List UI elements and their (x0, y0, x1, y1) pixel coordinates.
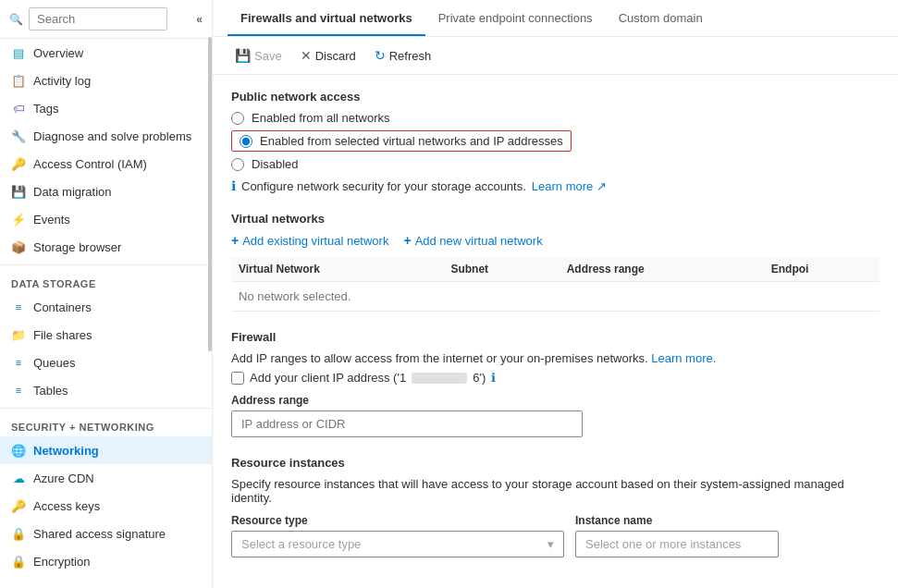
sidebar-item-events[interactable]: ⚡ Events (0, 205, 212, 233)
resource-type-select[interactable]: Select a resource type ▾ (231, 531, 564, 557)
containers-icon: ≡ (11, 300, 26, 314)
sidebar-item-label: Tags (33, 102, 58, 116)
sidebar-item-label: File shares (33, 328, 92, 342)
radio-enabled-selected-input[interactable] (240, 135, 252, 148)
ip-hidden (412, 373, 467, 384)
learn-more-link[interactable]: Learn more ↗ (532, 179, 607, 193)
tab-custom-domain[interactable]: Custom domain (606, 0, 716, 36)
chevron-down-icon: ▾ (547, 537, 554, 551)
radio-enabled-all-input[interactable] (231, 112, 244, 125)
sidebar-item-label: Containers (33, 300, 92, 314)
resource-type-label: Resource type (231, 514, 564, 527)
firewall-section: Firewall Add IP ranges to allow access f… (231, 330, 880, 437)
storage-browser-icon: 📦 (11, 239, 26, 254)
main-content: Firewalls and virtual networks Private e… (213, 0, 898, 588)
encryption-icon: 🔒 (11, 554, 26, 569)
ip-info-icon: ℹ (491, 371, 496, 385)
radio-disabled-input[interactable] (231, 158, 244, 171)
sidebar-item-label: Overview (33, 46, 83, 60)
tables-icon: ≡ (11, 383, 26, 398)
sidebar-item-access-control[interactable]: 🔑 Access Control (IAM) (0, 150, 212, 178)
sidebar-item-label: Tables (33, 384, 68, 398)
col-header-address-range: Address range (560, 257, 764, 282)
discard-button[interactable]: ✕ Discard (293, 44, 363, 67)
sidebar-item-data-migration[interactable]: 💾 Data migration (0, 178, 212, 205)
col-header-subnet: Subnet (443, 257, 559, 282)
search-input[interactable] (29, 7, 167, 31)
radio-enabled-selected[interactable]: Enabled from selected virtual networks a… (231, 130, 572, 152)
sidebar-item-diagnose[interactable]: 🔧 Diagnose and solve problems (0, 122, 212, 150)
access-keys-icon: 🔑 (11, 498, 26, 513)
client-ip-checkbox[interactable] (231, 372, 244, 385)
radio-disabled[interactable]: Disabled (231, 157, 880, 171)
sidebar-item-queues[interactable]: ≡ Queues (0, 349, 212, 376)
resource-instances-title: Resource instances (231, 456, 880, 470)
tab-bar: Firewalls and virtual networks Private e… (213, 0, 898, 37)
sidebar-item-activity-log[interactable]: 📋 Activity log (0, 67, 212, 94)
activity-log-icon: 📋 (11, 73, 26, 88)
sidebar-item-label: Storage browser (33, 240, 121, 254)
sidebar-item-containers[interactable]: ≡ Containers (0, 293, 212, 321)
azure-cdn-icon: ☁ (11, 471, 26, 485)
sidebar-item-storage-browser[interactable]: 📦 Storage browser (0, 233, 212, 261)
security-section-label: Security + networking (0, 412, 212, 436)
virtual-networks-section: Virtual networks + Add existing virtual … (231, 212, 880, 312)
external-link-icon: ↗ (597, 179, 607, 193)
sidebar-item-label: Access keys (33, 499, 100, 513)
sidebar-item-shared-access[interactable]: 🔒 Shared access signature (0, 520, 212, 547)
address-range-input[interactable] (231, 410, 583, 437)
networking-icon: 🌐 (11, 443, 26, 458)
plus-icon-existing: + (231, 233, 239, 248)
queues-icon: ≡ (11, 355, 26, 370)
tags-icon: 🏷 (11, 101, 26, 116)
sidebar-item-file-shares[interactable]: 📁 File shares (0, 321, 212, 349)
sidebar-item-label: Activity log (33, 74, 91, 88)
sidebar-item-networking[interactable]: 🌐 Networking (0, 436, 212, 464)
refresh-icon: ↻ (375, 48, 386, 63)
public-network-radio-group: Enabled from all networks Enabled from s… (231, 111, 880, 171)
resource-instances-description: Specify resource instances that will hav… (231, 477, 880, 505)
sidebar-item-label: Azure CDN (33, 472, 94, 485)
file-shares-icon: 📁 (11, 327, 26, 342)
sidebar-item-azure-cdn[interactable]: ☁ Azure CDN (0, 464, 212, 492)
refresh-button[interactable]: ↻ Refresh (367, 44, 439, 67)
virtual-networks-title: Virtual networks (231, 212, 880, 226)
shared-access-icon: 🔒 (11, 526, 26, 541)
radio-enabled-all[interactable]: Enabled from all networks (231, 111, 880, 125)
add-existing-vnet-link[interactable]: + Add existing virtual network (231, 233, 388, 248)
instance-name-col: Instance name Select one or more instanc… (575, 514, 779, 557)
instance-name-label: Instance name (575, 514, 779, 527)
info-row: ℹ Configure network security for your st… (231, 178, 880, 193)
sidebar-item-access-keys[interactable]: 🔑 Access keys (0, 492, 212, 520)
add-new-vnet-link[interactable]: + Add new virtual network (403, 233, 542, 248)
sidebar-item-overview[interactable]: ▤ Overview (0, 39, 212, 67)
public-network-access-section: Public network access Enabled from all n… (231, 90, 880, 193)
collapse-icon[interactable]: « (196, 13, 203, 26)
toolbar: 💾 Save ✕ Discard ↻ Refresh (213, 37, 898, 75)
public-network-access-title: Public network access (231, 90, 880, 104)
diagnose-icon: 🔧 (11, 129, 26, 143)
vnet-actions: + Add existing virtual network + Add new… (231, 233, 880, 248)
virtual-networks-table: Virtual Network Subnet Address range End… (231, 257, 880, 312)
save-button[interactable]: 💾 Save (228, 44, 289, 67)
tab-private-endpoint[interactable]: Private endpoint connections (425, 0, 606, 36)
firewall-learn-more-link[interactable]: Learn more. (651, 351, 716, 365)
access-control-icon: 🔑 (11, 156, 26, 171)
plus-icon-new: + (403, 233, 411, 248)
address-range-label: Address range (231, 394, 880, 407)
col-header-vnet: Virtual Network (231, 257, 443, 282)
data-storage-section-label: Data storage (0, 269, 212, 293)
sidebar-item-label: Events (33, 213, 70, 227)
events-icon: ⚡ (11, 212, 26, 227)
sidebar-item-tables[interactable]: ≡ Tables (0, 376, 212, 404)
sidebar-item-tags[interactable]: 🏷 Tags (0, 94, 212, 122)
instance-name-select[interactable]: Select one or more instances (575, 531, 779, 557)
resource-instances-row: Resource type Select a resource type ▾ I… (231, 514, 880, 557)
firewall-title: Firewall (231, 330, 880, 344)
sidebar-item-encryption[interactable]: 🔒 Encryption (0, 547, 212, 575)
tab-firewalls[interactable]: Firewalls and virtual networks (228, 0, 425, 36)
save-icon: 💾 (235, 48, 251, 63)
sidebar-item-label: Shared access signature (33, 527, 166, 541)
overview-icon: ▤ (11, 45, 26, 60)
col-header-endpoint: Endpoi (764, 257, 880, 282)
